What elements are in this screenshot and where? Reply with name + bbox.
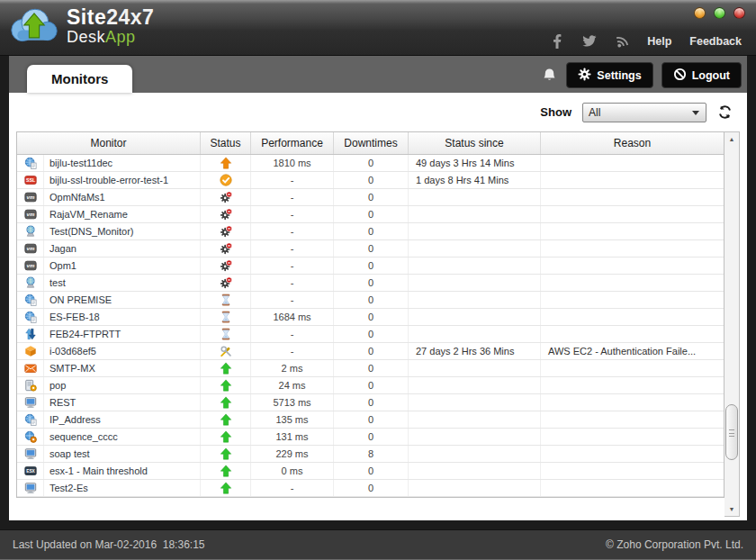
monitor-name[interactable]: FEB24-FTPRTT [44, 326, 201, 342]
monitor-name[interactable]: Test(DNS_Monitor) [44, 223, 201, 239]
status-since-value [409, 309, 541, 325]
scroll-up-arrow-icon[interactable]: ▲ [724, 132, 739, 146]
show-filter-select[interactable]: All [582, 103, 706, 122]
reason-value [541, 480, 724, 496]
downtimes-value: 0 [334, 463, 409, 479]
maximize-button[interactable] [714, 7, 725, 19]
table-row[interactable]: vmRajaVM_Rename -0 [17, 206, 724, 223]
table-row[interactable]: IP_Address135 ms0 [17, 411, 724, 429]
status-up-icon [201, 394, 251, 411]
facebook-icon[interactable] [550, 34, 564, 49]
monitor-name[interactable]: bijlu-test11dec [44, 155, 201, 171]
reason-value [541, 463, 724, 479]
table-row[interactable]: Test2-Es-0 [17, 480, 724, 497]
downtimes-value: 0 [334, 257, 409, 274]
help-link[interactable]: Help [647, 35, 671, 48]
column-header-status-since[interactable]: Status since [409, 132, 541, 154]
status-up-icon [201, 360, 251, 376]
status-suspended-icon [201, 240, 251, 257]
downtimes-value: 0 [334, 223, 409, 239]
settings-button[interactable]: Settings [566, 62, 652, 88]
performance-value: 135 ms [251, 411, 334, 428]
reason-value [541, 446, 724, 462]
monitor-name[interactable]: pop [44, 377, 201, 393]
monitor-name[interactable]: Jagan [44, 240, 201, 257]
status-since-value [409, 189, 541, 205]
feedback-link[interactable]: Feedback [689, 35, 742, 48]
monitor-name[interactable]: ON PREMISE [44, 292, 201, 308]
monitor-name[interactable]: Test2-Es [44, 480, 201, 496]
status-up-icon [201, 480, 251, 496]
performance-value: - [251, 292, 334, 308]
minimize-button[interactable] [694, 7, 706, 19]
table-row[interactable]: vmOpm1 -0 [17, 257, 724, 275]
table-row[interactable]: vmOpmNfaMs1 -0 [17, 189, 724, 206]
monitor-name[interactable]: sequence_cccc [44, 429, 201, 445]
monitor-name[interactable]: esx-1 - Main threshold [44, 463, 201, 479]
column-header-performance[interactable]: Performance [251, 132, 334, 154]
monitor-name[interactable]: bijlu-ssl-trouble-error-test-1 [44, 172, 201, 188]
performance-value: 5713 ms [251, 394, 334, 411]
monitor-name[interactable]: Opm1 [44, 257, 201, 274]
downtimes-value: 0 [334, 360, 409, 376]
table-row[interactable]: i-03d68ef5-027 days 2 Hrs 36 MinsAWS EC2… [17, 343, 724, 360]
table-row[interactable]: test -0 [17, 275, 724, 292]
table-row[interactable]: ON PREMISE-0 [17, 292, 724, 309]
refresh-button[interactable] [717, 104, 733, 120]
monitor-name[interactable]: ES-FEB-18 [44, 309, 201, 325]
scroll-down-arrow-icon[interactable]: ▼ [724, 502, 739, 516]
monitor-name[interactable]: SMTP-MX [44, 360, 201, 376]
tab-monitors[interactable]: Monitors [27, 65, 132, 93]
vertical-scrollbar[interactable]: ▲ ▼ [724, 131, 740, 517]
reason-value [541, 206, 724, 222]
status-check-icon [201, 172, 251, 188]
status-since-value [409, 326, 541, 342]
twitter-icon[interactable] [582, 34, 597, 49]
monitor-name[interactable]: test [44, 275, 201, 291]
monitor-name[interactable]: IP_Address [44, 411, 201, 428]
cloud-logo-icon [9, 5, 59, 48]
close-button[interactable] [734, 7, 745, 19]
monitor-name[interactable]: RajaVM_Rename [44, 206, 201, 222]
table-row[interactable]: pop24 ms0 [17, 377, 724, 394]
aws-monitor-type-icon [17, 343, 44, 359]
monitor-name[interactable]: OpmNfaMs1 [44, 189, 201, 205]
table-row[interactable]: Test(DNS_Monitor) -0 [17, 223, 724, 240]
column-header-downtimes[interactable]: Downtimes [334, 132, 409, 154]
scrollbar-thumb[interactable] [725, 404, 738, 460]
logout-button[interactable]: Logout [662, 62, 742, 88]
monitor-name[interactable]: soap test [44, 446, 201, 462]
table-row[interactable]: SSLbijlu-ssl-trouble-error-test-1-01 day… [17, 172, 724, 189]
table-row[interactable]: ESXesx-1 - Main threshold0 ms0 [17, 463, 724, 480]
brand-subtitle: DeskApp [67, 29, 154, 45]
monitor-name[interactable]: i-03d68ef5 [44, 343, 201, 359]
ftp-monitor-type-icon [17, 326, 44, 342]
table-row[interactable]: bijlu-test11dec1810 ms049 days 3 Hrs 14 … [17, 155, 724, 172]
monitor-monitor-type-icon [17, 446, 44, 462]
table-row[interactable]: soap test229 ms8 [17, 446, 724, 463]
table-row[interactable]: SMTP-MX2 ms0 [17, 360, 724, 377]
table-row[interactable]: vmJagan -0 [17, 240, 724, 257]
table-row[interactable]: ES-FEB-181684 ms0 [17, 309, 724, 326]
column-header-status[interactable]: Status [201, 132, 251, 154]
notifications-bell-icon[interactable] [543, 68, 556, 83]
monitor-name[interactable]: REST [44, 394, 201, 411]
monitors-table: Monitor Status Performance Downtimes Sta… [16, 131, 724, 498]
status-hourglass-icon [201, 292, 251, 308]
performance-value: 24 ms [251, 377, 334, 393]
show-label: Show [540, 105, 572, 119]
performance-value: - [251, 172, 334, 188]
table-row[interactable]: sequence_cccc131 ms0 [17, 429, 724, 446]
table-header-row: Monitor Status Performance Downtimes Sta… [17, 132, 724, 155]
downtimes-value: 0 [334, 292, 409, 308]
table-row[interactable]: REST5713 ms0 [17, 394, 724, 411]
table-row[interactable]: FEB24-FTPRTT-0 [17, 326, 724, 343]
website-monitor-type-icon [17, 292, 44, 308]
column-header-monitor[interactable]: Monitor [17, 132, 201, 154]
svg-text:ESX: ESX [26, 469, 35, 474]
column-header-reason[interactable]: Reason [541, 132, 724, 154]
reason-value [541, 155, 724, 171]
status-since-value [409, 394, 541, 411]
status-since-value [409, 223, 541, 239]
blog-rss-icon[interactable] [615, 34, 629, 49]
